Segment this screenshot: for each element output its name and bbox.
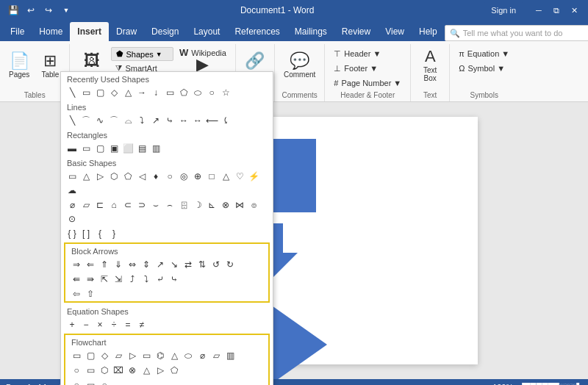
tab-draw[interactable]: Draw: [109, 22, 144, 41]
comment-button[interactable]: 💬 Comment: [279, 46, 320, 85]
ba1[interactable]: ⇒: [70, 258, 83, 271]
save-btn[interactable]: 💾: [6, 3, 21, 18]
ba22[interactable]: ⇧: [84, 287, 97, 301]
ba4[interactable]: ⇓: [112, 258, 125, 271]
line3[interactable]: ∿: [93, 114, 107, 127]
rect-shape[interactable]: ▭: [79, 86, 93, 99]
restore-btn[interactable]: ⧉: [548, 2, 564, 18]
ba7[interactable]: ↗: [154, 258, 167, 271]
bs2[interactable]: △: [79, 170, 93, 183]
line9[interactable]: ↔: [177, 114, 190, 127]
bs23[interactable]: ⌢: [163, 198, 176, 212]
ba9[interactable]: ⇄: [182, 258, 195, 271]
tab-help[interactable]: Help: [412, 22, 445, 41]
tab-file[interactable]: File: [3, 22, 32, 41]
fc16[interactable]: ⌧: [112, 364, 125, 377]
minimize-btn[interactable]: ─: [531, 2, 547, 18]
bs19[interactable]: ⌂: [107, 198, 121, 212]
tell-me-box[interactable]: 🔍 Tell me what you want to do: [445, 25, 588, 41]
line5[interactable]: ⌓: [121, 114, 135, 127]
bs9[interactable]: ◎: [177, 170, 190, 183]
diamond-shape[interactable]: ◇: [107, 86, 121, 99]
customize-qa-btn[interactable]: ▼: [59, 3, 74, 18]
ba13[interactable]: ⇚: [70, 273, 83, 286]
tab-view[interactable]: View: [378, 22, 412, 41]
ba17[interactable]: ⤴: [126, 273, 139, 286]
line1[interactable]: ╲: [65, 114, 79, 127]
fc5[interactable]: ▷: [126, 349, 139, 362]
pentagon-shape[interactable]: ⬠: [177, 86, 190, 99]
close-btn[interactable]: ✕: [566, 2, 582, 18]
bs26[interactable]: ⊾: [205, 198, 218, 212]
ba18[interactable]: ⤵: [140, 273, 153, 286]
ba12[interactable]: ↻: [223, 258, 237, 271]
ba11[interactable]: ↺: [209, 258, 223, 271]
pages-button[interactable]: 📄 Pages: [4, 46, 34, 85]
ba2[interactable]: ⇐: [84, 258, 97, 271]
star-shape[interactable]: ☆: [219, 86, 232, 99]
bs24[interactable]: ⌹: [177, 198, 190, 212]
bs18[interactable]: ⊏: [93, 198, 107, 212]
fc11[interactable]: ▱: [209, 349, 223, 362]
rect4[interactable]: ▣: [107, 142, 121, 155]
bs1[interactable]: ▭: [65, 170, 79, 183]
eq5[interactable]: =: [121, 318, 135, 331]
fc9[interactable]: ⬭: [182, 349, 195, 362]
line8[interactable]: ⤷: [163, 114, 176, 127]
ba3[interactable]: ⇑: [98, 258, 111, 271]
shapes-button[interactable]: ⬟ Shapes ▼: [111, 47, 173, 61]
ba15[interactable]: ⇱: [98, 273, 111, 286]
ba21[interactable]: ⇦: [70, 287, 83, 301]
fc3[interactable]: ◇: [98, 349, 111, 362]
ba6[interactable]: ⇕: [140, 258, 153, 271]
fc10[interactable]: ⌀: [196, 349, 209, 362]
bs10[interactable]: ⊕: [191, 170, 204, 183]
fc4[interactable]: ▱: [112, 349, 125, 362]
line6[interactable]: ⤵: [135, 114, 148, 127]
tab-review[interactable]: Review: [334, 22, 378, 41]
tab-design[interactable]: Design: [144, 22, 186, 41]
bs32[interactable]: [ ]: [79, 227, 93, 240]
bs16[interactable]: ⌀: [65, 198, 79, 212]
bs14[interactable]: ⚡: [247, 170, 260, 183]
callout-shape[interactable]: ▭: [163, 86, 176, 99]
arrow-shape[interactable]: →: [135, 86, 148, 99]
ba20[interactable]: ⤷: [168, 273, 181, 286]
fc14[interactable]: ▭: [84, 364, 97, 377]
tab-references[interactable]: References: [227, 22, 287, 41]
fc8[interactable]: △: [168, 349, 181, 362]
equation-button[interactable]: π Equation ▼: [454, 47, 514, 60]
sign-in-button[interactable]: Sign in: [484, 2, 523, 18]
line7[interactable]: ↗: [149, 114, 162, 127]
line-shape[interactable]: ╲: [65, 86, 79, 99]
fc18[interactable]: △: [140, 364, 153, 377]
ba8[interactable]: ↘: [168, 258, 181, 271]
bs6[interactable]: ◁: [135, 170, 148, 183]
rounded-rect-shape[interactable]: ▢: [93, 86, 107, 99]
bs17[interactable]: ▱: [79, 198, 93, 212]
line4[interactable]: ⌒: [107, 114, 121, 127]
textbox-button[interactable]: A TextBox: [415, 46, 445, 85]
bs7[interactable]: ♦: [149, 170, 162, 183]
fc23[interactable]: ○: [98, 378, 111, 385]
line10[interactable]: ↔: [191, 114, 204, 127]
bs33[interactable]: {: [93, 227, 107, 240]
line11[interactable]: ⟵: [205, 114, 218, 127]
bs20[interactable]: ⊂: [121, 198, 135, 212]
fc6[interactable]: ▭: [140, 349, 153, 362]
tab-mailings[interactable]: Mailings: [287, 22, 334, 41]
ba10[interactable]: ⇅: [196, 258, 209, 271]
bs13[interactable]: ♡: [233, 170, 246, 183]
fc17[interactable]: ⊗: [126, 364, 139, 377]
bs27[interactable]: ⊗: [219, 198, 232, 212]
eq2[interactable]: −: [79, 318, 93, 331]
ba19[interactable]: ⤶: [154, 273, 167, 286]
symbol-button[interactable]: Ω Symbol ▼: [454, 62, 514, 75]
tab-insert[interactable]: Insert: [70, 22, 109, 41]
bs29[interactable]: ⌾: [247, 198, 260, 212]
bs31[interactable]: { }: [65, 227, 79, 240]
bs34[interactable]: }: [107, 227, 121, 240]
eq3[interactable]: ×: [93, 318, 107, 331]
down-arrow-shape[interactable]: ↓: [149, 86, 162, 99]
footer-button[interactable]: ⊥ Footer ▼: [329, 62, 406, 75]
